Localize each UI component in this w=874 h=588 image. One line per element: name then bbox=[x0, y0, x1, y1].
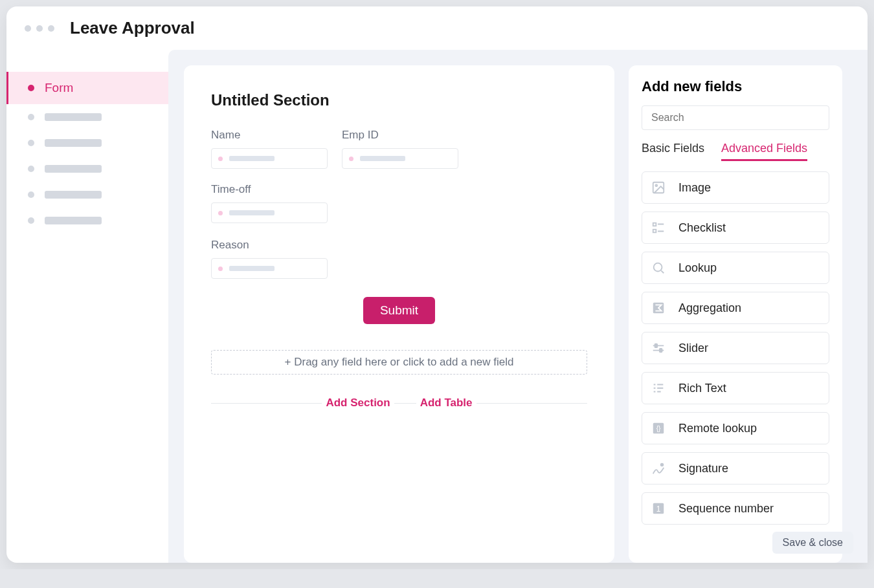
svg-rect-7 bbox=[660, 349, 662, 353]
checklist-icon bbox=[650, 219, 667, 236]
field-option-label: Rich Text bbox=[678, 382, 726, 395]
slider-icon bbox=[650, 340, 667, 356]
sidebar-item-placeholder[interactable] bbox=[6, 182, 168, 208]
bullet-icon bbox=[28, 217, 34, 224]
field-option-lookup[interactable]: Lookup bbox=[642, 252, 829, 284]
field-option-label: Slider bbox=[678, 342, 708, 355]
bullet-icon bbox=[28, 191, 34, 198]
panel-title: Add new fields bbox=[642, 78, 829, 95]
svg-point-4 bbox=[654, 263, 662, 272]
rich-text-icon bbox=[650, 380, 667, 397]
field-option-label: Remote lookup bbox=[678, 422, 757, 435]
title-bar: Leave Approval bbox=[6, 6, 868, 45]
field-option-remote-lookup[interactable]: {} Remote lookup bbox=[642, 412, 829, 444]
field-label: Time-off bbox=[211, 183, 328, 196]
field-option-image[interactable]: Image bbox=[642, 171, 829, 204]
svg-point-10 bbox=[661, 464, 664, 466]
field-input-placeholder bbox=[211, 258, 328, 279]
window-dot bbox=[36, 25, 43, 32]
lookup-icon bbox=[650, 259, 667, 276]
placeholder-bar bbox=[45, 165, 102, 173]
form-canvas: Untitled Section Name Emp ID Time-off bbox=[184, 65, 614, 563]
svg-rect-2 bbox=[653, 223, 656, 226]
field-option-label: Aggregation bbox=[678, 301, 741, 315]
placeholder-bar bbox=[45, 191, 102, 199]
field-option-sequence-number[interactable]: 1 Sequence number bbox=[642, 492, 829, 525]
svg-text:{}: {} bbox=[656, 425, 661, 432]
submit-button[interactable]: Submit bbox=[363, 297, 435, 324]
bullet-icon bbox=[28, 114, 34, 120]
sequence-icon: 1 bbox=[650, 500, 667, 517]
window-dot bbox=[25, 25, 31, 32]
field-option-label: Signature bbox=[678, 462, 728, 475]
svg-text:1: 1 bbox=[656, 505, 661, 514]
field-option-label: Sequence number bbox=[678, 502, 774, 516]
field-input-placeholder bbox=[211, 202, 328, 223]
field-reason[interactable]: Reason bbox=[211, 239, 328, 279]
placeholder-bar bbox=[45, 217, 102, 224]
window-dot bbox=[48, 25, 54, 32]
field-emp-id[interactable]: Emp ID bbox=[342, 129, 458, 169]
field-label: Reason bbox=[211, 239, 328, 252]
traffic-lights bbox=[25, 25, 54, 32]
tab-advanced-fields[interactable]: Advanced Fields bbox=[721, 142, 807, 161]
add-section-link[interactable]: Add Section bbox=[322, 397, 394, 409]
field-option-signature[interactable]: Signature bbox=[642, 452, 829, 485]
sidebar-item-placeholder[interactable] bbox=[6, 104, 168, 130]
workspace: Untitled Section Name Emp ID Time-off bbox=[168, 50, 868, 563]
field-option-label: Checklist bbox=[678, 221, 726, 235]
field-option-label: Image bbox=[678, 181, 711, 195]
field-time-off[interactable]: Time-off bbox=[211, 183, 328, 223]
field-label: Emp ID bbox=[342, 129, 458, 142]
field-name[interactable]: Name bbox=[211, 129, 328, 169]
sidebar-item-placeholder[interactable] bbox=[6, 208, 168, 234]
svg-point-1 bbox=[655, 184, 657, 186]
svg-rect-6 bbox=[655, 344, 658, 348]
field-input-placeholder bbox=[342, 148, 458, 169]
bullet-icon bbox=[28, 85, 34, 91]
bullet-icon bbox=[28, 166, 34, 172]
remote-lookup-icon: {} bbox=[650, 420, 667, 437]
app-window: Leave Approval Form bbox=[6, 6, 868, 563]
field-option-checklist[interactable]: Checklist bbox=[642, 212, 829, 244]
placeholder-bar bbox=[45, 139, 102, 147]
sidebar-item-placeholder[interactable] bbox=[6, 156, 168, 182]
sidebar: Form bbox=[6, 45, 168, 563]
field-option-rich-text[interactable]: Rich Text bbox=[642, 372, 829, 404]
sidebar-item-label: Form bbox=[45, 81, 73, 95]
image-icon bbox=[650, 179, 667, 196]
page-title: Leave Approval bbox=[70, 18, 195, 38]
field-option-aggregation[interactable]: Aggregation bbox=[642, 292, 829, 324]
placeholder-bar bbox=[45, 113, 102, 121]
fields-panel: Add new fields Basic Fields Advanced Fie… bbox=[629, 65, 842, 563]
field-label: Name bbox=[211, 129, 328, 142]
field-dropzone[interactable]: + Drag any field here or click to add a … bbox=[211, 350, 587, 375]
search-input[interactable] bbox=[642, 105, 829, 130]
tab-basic-fields[interactable]: Basic Fields bbox=[642, 142, 704, 161]
sidebar-item-form[interactable]: Form bbox=[6, 72, 168, 104]
save-close-button[interactable]: Save & close bbox=[772, 532, 853, 554]
bullet-icon bbox=[28, 140, 34, 146]
field-option-slider[interactable]: Slider bbox=[642, 332, 829, 364]
aggregation-icon bbox=[650, 299, 667, 316]
signature-icon bbox=[650, 460, 667, 477]
field-input-placeholder bbox=[211, 148, 328, 169]
svg-rect-3 bbox=[653, 230, 656, 233]
add-table-link[interactable]: Add Table bbox=[416, 397, 476, 409]
section-title: Untitled Section bbox=[211, 91, 587, 109]
field-option-label: Lookup bbox=[678, 261, 717, 275]
sidebar-item-placeholder[interactable] bbox=[6, 130, 168, 156]
